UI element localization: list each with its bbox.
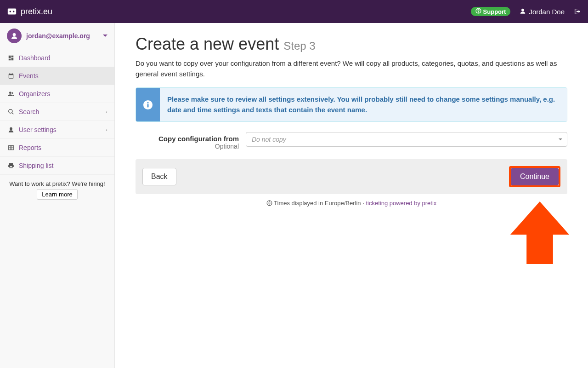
sidebar: jordan@example.org Dashboard Events Orga… — [0, 23, 115, 368]
svg-point-9 — [9, 109, 12, 113]
logout-icon[interactable] — [574, 8, 581, 15]
sidebar-item-events[interactable]: Events — [0, 67, 114, 85]
svg-point-8 — [11, 92, 13, 94]
copy-config-select[interactable]: Do not copy — [246, 132, 567, 147]
alert-text: Please make sure to review all settings … — [160, 88, 567, 121]
print-icon — [7, 162, 15, 169]
label-optional: Optional — [136, 143, 239, 150]
main-content: Create a new event Step 3 Do you want to… — [115, 23, 588, 368]
back-button[interactable]: Back — [142, 168, 176, 185]
page-title: Create a new event Step 3 — [136, 34, 567, 54]
svg-point-4 — [478, 12, 479, 12]
powered-by-link[interactable]: ticketing powered by pretix — [366, 200, 436, 207]
sidebar-item-user-settings[interactable]: User settings ‹ — [0, 121, 114, 138]
svg-rect-11 — [9, 145, 14, 150]
search-icon — [7, 109, 15, 115]
svg-point-13 — [147, 102, 148, 103]
svg-rect-14 — [147, 104, 148, 107]
user-panel[interactable]: jordan@example.org — [0, 23, 114, 49]
user-name: Jordan Doe — [529, 8, 565, 16]
user-email: jordan@example.org — [26, 32, 90, 40]
calendar-icon — [7, 73, 15, 79]
continue-highlight: Continue — [509, 166, 560, 187]
chevron-left-icon: ‹ — [106, 109, 107, 115]
sidebar-item-label: Events — [19, 72, 39, 80]
sidebar-item-label: Dashboard — [19, 54, 51, 62]
users-icon — [7, 91, 15, 97]
sidebar-item-label: Shipping list — [19, 162, 54, 169]
footer-line: Times displayed in Europe/Berlin · ticke… — [136, 200, 567, 207]
svg-point-10 — [10, 127, 12, 130]
avatar-icon — [7, 29, 22, 43]
hiring-text: Want to work at pretix? We're hiring! — [5, 180, 110, 187]
svg-point-1 — [10, 11, 11, 12]
info-alert: Please make sure to review all settings … — [136, 87, 567, 122]
user-icon — [520, 8, 526, 16]
label-main: Copy configuration from — [158, 135, 239, 143]
continue-button[interactable]: Continue — [511, 168, 559, 185]
chevron-left-icon: ‹ — [106, 127, 107, 132]
caret-down-icon — [103, 32, 107, 40]
user-menu[interactable]: Jordan Doe — [520, 8, 565, 16]
annotation-arrow-icon — [503, 198, 577, 273]
copy-config-row: Copy configuration from Optional Do not … — [136, 132, 567, 150]
dashboard-icon — [7, 55, 15, 61]
user-icon — [7, 126, 15, 133]
sidebar-nav: Dashboard Events Organizers Search ‹ Use… — [0, 49, 114, 175]
sidebar-item-label: Search — [19, 108, 39, 115]
svg-rect-0 — [8, 9, 16, 15]
sidebar-item-label: Reports — [19, 144, 41, 151]
copy-config-label: Copy configuration from Optional — [136, 132, 246, 150]
title-text: Create a new event — [136, 34, 279, 53]
svg-point-2 — [13, 11, 15, 12]
support-label: Support — [483, 8, 506, 15]
topbar: pretix.eu Support Jordan Doe — [0, 0, 588, 23]
intro-text: Do you want to copy over your configurat… — [136, 58, 567, 79]
sidebar-item-label: User settings — [19, 126, 57, 133]
sidebar-item-dashboard[interactable]: Dashboard — [0, 49, 114, 67]
hiring-learn-more-button[interactable]: Learn more — [37, 189, 77, 200]
globe-icon — [266, 200, 272, 207]
info-icon — [136, 88, 160, 121]
brand-text: pretix.eu — [21, 7, 52, 17]
svg-point-5 — [522, 8, 525, 11]
svg-point-6 — [13, 33, 16, 36]
question-icon — [475, 8, 481, 15]
button-bar: Back Continue — [136, 159, 567, 194]
step-indicator: Step 3 — [283, 40, 315, 52]
hiring-notice: Want to work at pretix? We're hiring! Le… — [0, 175, 114, 205]
sidebar-item-search[interactable]: Search ‹ — [0, 103, 114, 121]
table-icon — [7, 144, 15, 151]
support-badge[interactable]: Support — [471, 7, 511, 16]
sidebar-item-shipping[interactable]: Shipping list — [0, 157, 114, 174]
sidebar-item-label: Organizers — [19, 90, 50, 98]
brand-link[interactable]: pretix.eu — [7, 6, 52, 17]
sidebar-item-organizers[interactable]: Organizers — [0, 85, 114, 103]
brand-icon — [7, 6, 17, 17]
sidebar-item-reports[interactable]: Reports — [0, 139, 114, 156]
svg-point-7 — [9, 92, 11, 94]
timezone-text: Times displayed in Europe/Berlin · — [274, 200, 366, 207]
